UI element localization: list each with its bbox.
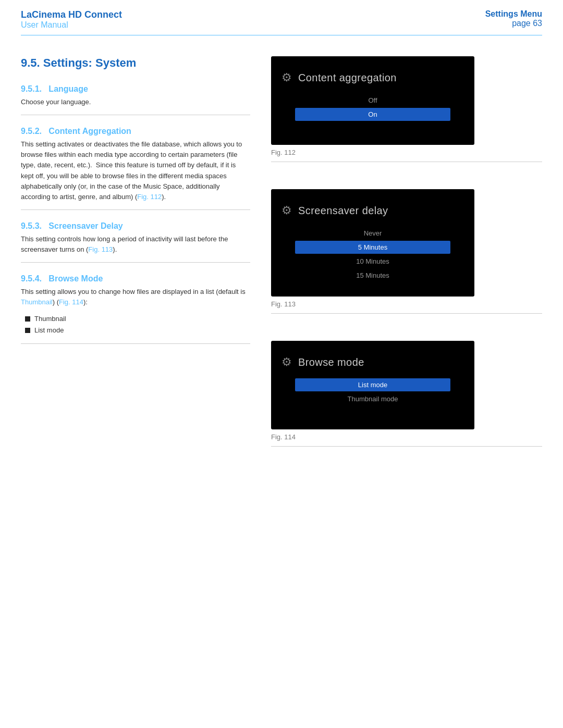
- figure-112-divider: [271, 162, 542, 162]
- left-column: 9.5. Settings: System 9.5.1. Language Ch…: [21, 56, 250, 474]
- fig-114-link[interactable]: Fig. 114: [59, 298, 83, 306]
- subsection-title-screensaver: 9.5.3. Screensaver Delay: [21, 221, 250, 231]
- figure-114-caption: Fig. 114: [271, 433, 542, 441]
- subsection-title-browse-mode: 9.5.4. Browse Mode: [21, 274, 250, 283]
- figure-114-block: ⚙ Browse mode List mode Thumbnail mode F…: [271, 341, 542, 459]
- subsection-title-content-aggregation: 9.5.2. Content Aggregation: [21, 127, 250, 136]
- bullet-thumbnail: Thumbnail: [25, 313, 250, 325]
- divider-browse-mode: [21, 343, 250, 344]
- figure-113-block: ⚙ Screensaver delay Never 5 Minutes 10 M…: [271, 189, 542, 326]
- header-left: LaCinema HD Connect User Manual: [21, 9, 122, 30]
- subsection-body-screensaver: This setting controls how long a period …: [21, 234, 250, 255]
- ui-screen-112-header: ⚙ Content aggregation: [282, 71, 397, 84]
- menu-item-on: On: [295, 108, 450, 121]
- subsection-language: 9.5.1. Language Choose your language.: [21, 84, 250, 115]
- bullet-square-icon: [25, 316, 30, 322]
- ui-screen-114-header: ⚙ Browse mode: [282, 355, 364, 369]
- bullet-thumbnail-label: Thumbnail: [34, 313, 66, 325]
- subsection-content-aggregation: 9.5.2. Content Aggregation This setting …: [21, 127, 250, 210]
- subsection-body-language: Choose your language.: [21, 97, 250, 107]
- ui-screen-113: ⚙ Screensaver delay Never 5 Minutes 10 M…: [271, 189, 474, 297]
- ui-menu-list-112: Off On: [282, 94, 464, 121]
- divider-content-aggregation: [21, 209, 250, 210]
- figure-112-block: ⚙ Content aggregation Off On Fig. 112: [271, 56, 542, 175]
- subsection-title-language: 9.5.1. Language: [21, 84, 250, 94]
- menu-item-5min: 5 Minutes: [295, 241, 450, 254]
- right-column: ⚙ Content aggregation Off On Fig. 112 ⚙ …: [271, 56, 542, 474]
- subsection-browse-mode: 9.5.4. Browse Mode This setting allows y…: [21, 274, 250, 343]
- settings-menu-label: Settings Menu: [485, 9, 542, 19]
- ui-screen-114-title: Browse mode: [298, 356, 364, 368]
- ui-menu-list-113: Never 5 Minutes 10 Minutes 15 Minutes: [282, 227, 464, 282]
- bullet-list-mode-label: List mode: [34, 325, 64, 336]
- page-header: LaCinema HD Connect User Manual Settings…: [0, 0, 563, 35]
- main-content: 9.5. Settings: System 9.5.1. Language Ch…: [0, 35, 563, 495]
- menu-item-off: Off: [295, 94, 450, 107]
- menu-item-15min: 15 Minutes: [295, 269, 450, 282]
- bullet-square-icon-2: [25, 328, 30, 333]
- fig-113-link[interactable]: Fig. 113: [88, 245, 113, 253]
- thumbnail-link[interactable]: Thumbnail: [21, 298, 53, 306]
- divider-language: [21, 115, 250, 115]
- page-number: page 63: [485, 19, 542, 28]
- menu-item-never: Never: [295, 227, 450, 240]
- ui-screen-112: ⚙ Content aggregation Off On: [271, 56, 474, 145]
- figure-114-divider: [271, 446, 542, 447]
- menu-item-list-mode: List mode: [295, 378, 450, 391]
- ui-screen-113-header: ⚙ Screensaver delay: [282, 204, 388, 217]
- section-main-title: 9.5. Settings: System: [21, 56, 250, 70]
- gear-icon-114: ⚙: [282, 355, 292, 369]
- subsection-screensaver-delay: 9.5.3. Screensaver Delay This setting co…: [21, 221, 250, 263]
- bullet-list-mode: List mode: [25, 325, 250, 336]
- ui-screen-113-title: Screensaver delay: [298, 205, 388, 217]
- subsection-body-browse-mode: This setting allows you to change how fi…: [21, 287, 250, 307]
- doc-subtitle: User Manual: [21, 20, 122, 30]
- gear-icon-113: ⚙: [282, 204, 292, 217]
- app-title: LaCinema HD Connect: [21, 9, 122, 20]
- ui-screen-112-title: Content aggregation: [298, 72, 397, 84]
- figure-113-caption: Fig. 113: [271, 300, 542, 308]
- header-right: Settings Menu page 63: [485, 9, 542, 28]
- menu-item-thumbnail-mode: Thumbnail mode: [295, 392, 450, 405]
- figure-113-divider: [271, 313, 542, 314]
- menu-item-10min: 10 Minutes: [295, 255, 450, 268]
- ui-menu-list-114: List mode Thumbnail mode: [282, 378, 464, 405]
- browse-mode-bullet-list: Thumbnail List mode: [25, 313, 250, 336]
- divider-screensaver: [21, 262, 250, 263]
- subsection-body-content-aggregation: This setting activates or deactivates th…: [21, 139, 250, 202]
- fig-112-link[interactable]: Fig. 112: [137, 193, 162, 201]
- figure-112-caption: Fig. 112: [271, 149, 542, 156]
- ui-screen-114: ⚙ Browse mode List mode Thumbnail mode: [271, 341, 474, 429]
- gear-icon-112: ⚙: [282, 71, 292, 84]
